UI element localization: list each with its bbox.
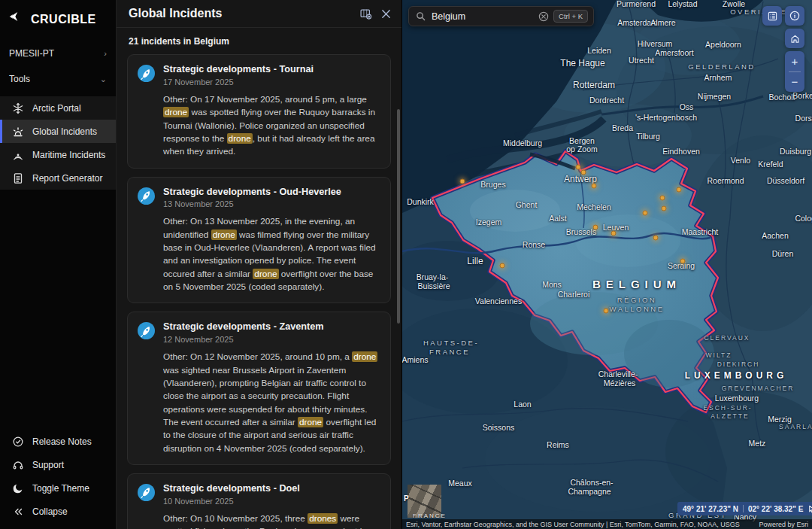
incident-date: 17 November 2025 <box>163 78 314 87</box>
chevron-down-icon: ⌄ <box>100 74 107 84</box>
incident-body: Other: On 17 November 2025, around 5 pm,… <box>163 93 380 159</box>
incident-dot[interactable] <box>604 309 609 314</box>
tools-label: Tools <box>9 74 30 84</box>
collapse-icon <box>12 506 24 518</box>
incident-card[interactable]: Strategic developments - Doel 10 Novembe… <box>127 473 391 529</box>
cursor-icon <box>807 505 812 513</box>
incident-dot[interactable] <box>643 211 648 216</box>
siren-icon <box>12 126 24 138</box>
sidebar-item-report-generator[interactable]: Report Generator <box>0 166 116 190</box>
zoom-controls: + − <box>785 51 804 92</box>
incident-dot[interactable] <box>653 236 659 241</box>
tool-label: Maritime Incidents <box>32 150 105 160</box>
incidents-panel: Global Incidents 21 incidents in Belgium <box>117 0 402 529</box>
home-button[interactable] <box>785 29 804 48</box>
coordinates-readout: 49° 21' 27.23" N 02° 22' 38.32" E <box>677 502 812 515</box>
incident-body: Other: On 12 November 2025, around 10 pm… <box>163 351 380 455</box>
incident-title: Strategic developments - Tournai <box>163 64 314 76</box>
sidebar-item-pmesii-pt[interactable]: PMESII-PT › <box>0 41 116 66</box>
inset-country-label: FRANCE <box>413 512 447 519</box>
incident-list: Strategic developments - Tournai 17 Nove… <box>117 51 401 529</box>
moon-icon <box>12 482 24 494</box>
incident-date: 10 November 2025 <box>163 497 300 506</box>
incident-body: Other: On 10 November 2025, three drones… <box>163 512 380 529</box>
incident-dot[interactable] <box>593 225 598 230</box>
incident-card[interactable]: Strategic developments - Zaventem 12 Nov… <box>127 312 391 465</box>
rocket-icon <box>138 484 155 501</box>
incident-dot[interactable] <box>680 259 686 264</box>
clear-search-icon[interactable] <box>538 11 549 22</box>
incident-dot[interactable] <box>581 170 586 175</box>
map: PurmerendLelystadZwolleOVERIJSSELAmsterd… <box>402 0 812 529</box>
search-icon <box>416 11 426 21</box>
incident-dot[interactable] <box>660 196 665 201</box>
attribution-sources: Esri, Vantor, Earthstar Geographics, and… <box>406 521 740 528</box>
sidebar-item-maritime-incidents[interactable]: Maritime Incidents <box>0 143 116 166</box>
powered-by-esri: Powered by Esri <box>759 521 808 528</box>
sidebar-footer: Release Notes Support Toggle Theme <box>0 430 116 529</box>
sidebar-item-arctic-portal[interactable]: Arctic Portal <box>0 96 116 120</box>
sonar-icon <box>12 149 24 161</box>
badge-check-icon <box>12 436 24 448</box>
tool-label: Collapse <box>32 506 68 517</box>
incident-card[interactable]: Strategic developments - Tournai 17 Nove… <box>127 54 391 169</box>
tool-label: Support <box>32 460 64 470</box>
incident-card[interactable]: Strategic developments - Oud-Heverlee 13… <box>127 177 391 304</box>
incident-dot[interactable] <box>500 263 505 269</box>
sidebar-item-tools[interactable]: Tools ⌄ <box>0 66 116 92</box>
sidebar-item-release-notes[interactable]: Release Notes <box>0 430 116 453</box>
incident-count: 21 incidents in Belgium <box>117 28 401 51</box>
close-icon[interactable] <box>381 9 391 19</box>
sidebar-item-toggle-theme[interactable]: Toggle Theme <box>0 476 116 500</box>
map-canvas[interactable] <box>402 0 812 529</box>
rocket-icon <box>138 322 155 339</box>
tool-label: Arctic Portal <box>32 103 81 114</box>
map-edit-icon[interactable] <box>359 8 372 20</box>
zoom-out-button[interactable]: − <box>785 72 804 93</box>
incident-date: 12 November 2025 <box>163 335 324 344</box>
legend-button[interactable] <box>762 6 782 26</box>
incident-dot[interactable] <box>677 187 682 193</box>
rocket-icon <box>138 187 155 205</box>
search-input[interactable] <box>426 11 538 22</box>
incident-dot[interactable] <box>592 184 597 189</box>
incident-title: Strategic developments - Doel <box>163 483 300 495</box>
sidebar-item-support[interactable]: Support <box>0 453 116 476</box>
incident-title: Strategic developments - Zaventem <box>163 321 324 333</box>
sidebar: CRUCIBLE PMESII-PT › Tools ⌄ Arctic Port… <box>0 0 117 529</box>
tool-label: Report Generator <box>32 173 102 184</box>
inset-city-label: P <box>404 494 409 503</box>
pmesii-label: PMESII-PT <box>9 48 54 59</box>
incident-title: Strategic developments - Oud-Heverlee <box>163 187 341 199</box>
tool-label: Global Incidents <box>32 126 97 137</box>
incident-dot[interactable] <box>576 165 581 170</box>
incident-dot[interactable] <box>611 231 617 236</box>
tools-group: Arctic Portal Global Incidents Maritime … <box>0 96 116 190</box>
incident-dot[interactable] <box>662 206 667 211</box>
document-icon <box>12 172 24 184</box>
incident-date: 13 November 2025 <box>163 199 341 208</box>
sidebar-item-collapse[interactable]: Collapse <box>0 500 116 523</box>
headset-icon <box>12 459 24 471</box>
rocket-icon <box>138 65 155 82</box>
info-button[interactable] <box>785 6 804 26</box>
panel-scrollbar[interactable] <box>397 109 400 324</box>
latitude-value: 49° 21' 27.23" N <box>683 505 738 513</box>
shortcut-badge: Ctrl + K <box>553 10 588 23</box>
crucible-logo[interactable]: CRUCIBLE <box>0 0 116 41</box>
tool-label: Toggle Theme <box>32 483 89 494</box>
chevron-right-icon: › <box>104 49 107 58</box>
map-attribution: Esri, Vantor, Earthstar Geographics, and… <box>402 519 812 529</box>
longitude-value: 02° 22' 38.32" E <box>748 505 803 513</box>
incident-body: Other: On 13 November 2025, in the eveni… <box>163 215 380 293</box>
coord-divider <box>743 505 744 512</box>
crucible-logo-icon <box>8 11 26 29</box>
zoom-in-button[interactable]: + <box>785 51 804 71</box>
sidebar-item-global-incidents[interactable]: Global Incidents <box>0 120 116 143</box>
snowflake-icon <box>12 102 24 114</box>
app-title: CRUCIBLE <box>31 13 96 26</box>
incident-dot[interactable] <box>460 179 465 184</box>
tool-label: Release Notes <box>32 436 92 447</box>
map-search-bar: Ctrl + K <box>408 6 594 26</box>
panel-header: Global Incidents <box>117 0 401 28</box>
